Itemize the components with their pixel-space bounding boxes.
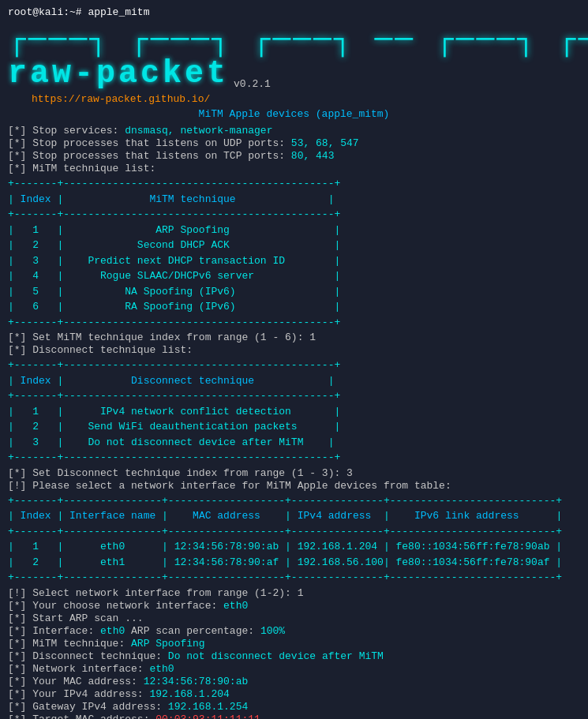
- your-ipv4-line: [*] Your IPv4 address: 192.168.1.204: [8, 688, 580, 700]
- stop-udp-value: 53, 68, 547: [291, 137, 359, 149]
- please-select-line: [!] Please select a network interface fo…: [8, 480, 580, 492]
- disconnect-header: [*] Disconnect technique list:: [8, 344, 580, 356]
- title-text: MiTM Apple devices (apple_mitm): [199, 108, 390, 120]
- title-line: MiTM Apple devices (apple_mitm): [8, 108, 580, 120]
- disconnect-technique-result-line: [*] Disconnect technique: Do not disconn…: [8, 650, 580, 662]
- select-range-line: [!] Select network interface from range …: [8, 587, 580, 599]
- mitm-technique-result-line: [*] MiTM technique: ARP Spoofing: [8, 638, 580, 650]
- prompt-line: root@kali:~# apple_mitm: [8, 6, 580, 18]
- disconnect-technique-value: Do not disconnect device after MiTM: [168, 650, 384, 662]
- gateway-ipv4-line: [*] Gateway IPv4 address: 192.168.1.254: [8, 701, 580, 713]
- mitm-technique-header: [*] MiTM technique list:: [8, 163, 580, 174]
- prompt-text: root@kali:~# apple_mitm: [8, 6, 149, 18]
- terminal: root@kali:~# apple_mitm ┌───┐ ┌───┐ ┌───…: [0, 0, 588, 719]
- set-disconnect-line: [*] Set Disconnect technique index from …: [8, 467, 580, 479]
- your-mac-value: 12:34:56:78:90:ab: [144, 676, 249, 687]
- stop-services-line: [*] Stop services: dnsmasq, network-mana…: [8, 125, 580, 137]
- url-text: https://raw-packet.github.io/: [32, 93, 210, 105]
- target-mac-line: [*] Target MAC address: 00:03:93:11:11:1…: [8, 713, 580, 720]
- stop-udp-line: [*] Stop processes that listens on UDP p…: [8, 137, 580, 149]
- network-interface-value: eth0: [149, 663, 174, 675]
- interface-table-wrapper: +-------+----------------+--------------…: [8, 493, 580, 586]
- version-text: v0.2.1: [234, 78, 271, 90]
- mitm-table-wrapper: +-------+-------------------------------…: [8, 176, 580, 330]
- logo-text: ┌───┐ ┌───┐ ┌───┐ ── ┌───┐ ┌───┐ ┌───┐ ─: [8, 23, 588, 57]
- your-mac-line: [*] Your MAC address: 12:34:56:78:90:ab: [8, 676, 580, 687]
- interface-arp-line: [*] Interface: eth0 ARP scan percentage:…: [8, 625, 580, 637]
- arp-scan-line: [*] Start ARP scan ...: [8, 612, 580, 624]
- mitm-technique-value: ARP Spoofing: [131, 638, 205, 650]
- logo-container: ┌───┐ ┌───┐ ┌───┐ ── ┌───┐ ┌───┐ ┌───┐ ─: [8, 23, 580, 57]
- disconnect-table-wrapper: +-------+-------------------------------…: [8, 358, 580, 466]
- stop-tcp-line: [*] Stop processes that listens on TCP p…: [8, 150, 580, 162]
- set-mitm-line: [*] Set MiTM technique index from range …: [8, 331, 580, 343]
- stop-services-value: dnsmasq, network-manager: [125, 125, 272, 137]
- target-mac-value: 00:03:93:11:11:11: [155, 713, 260, 720]
- gateway-ipv4-value: 192.168.1.254: [168, 701, 248, 713]
- your-ipv4-value: 192.168.1.204: [149, 688, 229, 700]
- logo-area: raw-packetv0.2.1: [8, 58, 580, 90]
- chosen-interface-line: [*] Your choose network interface: eth0: [8, 600, 580, 612]
- url-line: https://raw-packet.github.io/: [32, 93, 580, 105]
- stop-tcp-value: 80, 443: [291, 150, 335, 162]
- network-interface-line: [*] Network interface: eth0: [8, 663, 580, 675]
- chosen-interface-value: eth0: [223, 600, 248, 612]
